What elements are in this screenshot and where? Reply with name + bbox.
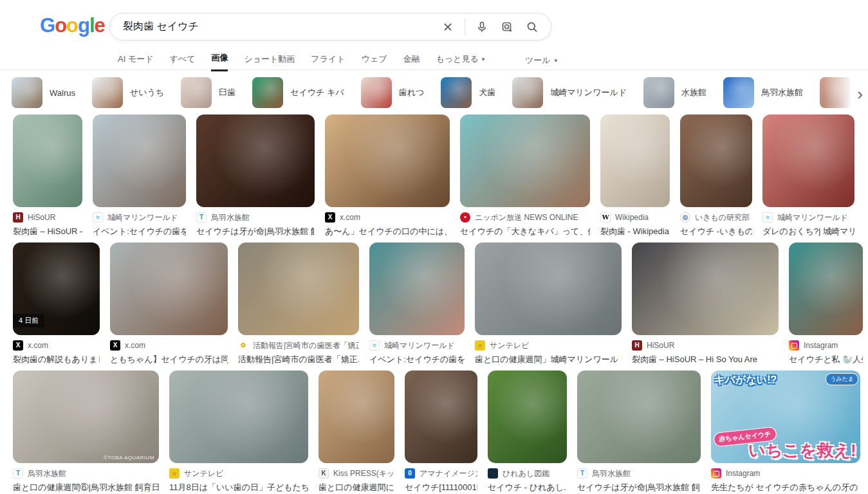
result-thumbnail[interactable] bbox=[762, 114, 854, 207]
result-thumbnail[interactable] bbox=[196, 114, 315, 207]
image-result[interactable]: WWikipedia裂肉歯 - Wikipedia bbox=[600, 114, 670, 237]
image-watermark: ©TOBA AQUARIUM bbox=[104, 455, 154, 461]
image-result[interactable]: ≈城崎マリンワールドダレのおくち?| 城崎マリ... bbox=[762, 114, 854, 237]
chips-next-button[interactable]: › bbox=[857, 84, 863, 104]
chip-haretsu[interactable]: 歯れつ bbox=[361, 77, 425, 108]
chip-seiuchi-kiba[interactable]: セイウチ キバ bbox=[252, 77, 344, 108]
result-thumbnail[interactable] bbox=[13, 114, 82, 207]
result-thumbnail[interactable]: キバがない!?うみたま赤ちゃんセイウチいちこを救え! bbox=[711, 370, 860, 463]
tab-images[interactable]: 画像 bbox=[211, 52, 228, 71]
result-thumbnail[interactable] bbox=[600, 114, 670, 207]
result-title[interactable]: 裂肉歯 – HiSoUR – ... bbox=[13, 226, 82, 237]
result-title[interactable]: 先生たちが セイウチの赤ちゃんの牙の 成長... bbox=[711, 482, 860, 493]
result-title[interactable]: あ〜ん」セイウチの口の中には、牙... bbox=[325, 226, 450, 237]
result-thumbnail[interactable] bbox=[319, 370, 394, 463]
result-thumbnail[interactable] bbox=[789, 242, 863, 335]
toba-favicon-icon: T bbox=[13, 468, 23, 479]
instagram-favicon-icon bbox=[789, 340, 799, 351]
image-result[interactable]: HHiSoUR裂肉歯 – HiSoUR – Hi So You Are bbox=[632, 242, 779, 365]
result-thumbnail[interactable] bbox=[169, 370, 308, 463]
result-thumbnail[interactable] bbox=[577, 370, 701, 463]
result-title[interactable]: 活動報告|宮崎市の歯医者「矯正... bbox=[238, 354, 359, 365]
clear-search-icon[interactable] bbox=[439, 19, 456, 35]
search-submit-icon[interactable] bbox=[524, 19, 540, 35]
tab-web[interactable]: ウェブ bbox=[362, 52, 387, 71]
result-source-line: ◎いきもの研究部 bbox=[680, 212, 752, 223]
tab-ai-mode[interactable]: AI モード bbox=[118, 52, 154, 71]
result-title[interactable]: セイウチ[111100015... bbox=[405, 482, 477, 493]
image-result[interactable]: ☼サンテレビ歯と口の健康週間」城崎マリンワールドでセ... bbox=[475, 242, 622, 365]
result-title[interactable]: 裂肉歯の解説もありました... bbox=[13, 354, 100, 365]
result-thumbnail[interactable] bbox=[93, 114, 186, 207]
image-result[interactable]: ≈城崎マリンワールドイベント:セイウチの歯をチ... bbox=[369, 242, 465, 365]
image-result[interactable]: 4 日前Xx.com裂肉歯の解説もありました... bbox=[13, 242, 100, 365]
result-title[interactable]: イベント:セイウチの歯をチ... bbox=[93, 226, 186, 237]
result-title[interactable]: イベント:セイウチの歯をチ... bbox=[369, 354, 465, 365]
image-result[interactable]: Xx.comともちゃん】セイウチの牙は同種間... bbox=[110, 242, 228, 365]
image-result[interactable]: Instagramセイウチと私 🦭人生... bbox=[789, 242, 863, 365]
search-bar[interactable]: 裂肉歯 セイウチ bbox=[109, 13, 551, 41]
image-result[interactable]: •ニッポン放送 NEWS ONLINEセイウチの「大きなキバ」って、何に使わ..… bbox=[460, 114, 590, 237]
result-title[interactable]: 歯と口の健康週間に... bbox=[319, 482, 394, 493]
result-title[interactable]: セイウチ -いきもの研... bbox=[680, 226, 752, 237]
image-result[interactable]: Xx.comあ〜ん」セイウチの口の中には、牙... bbox=[325, 114, 450, 237]
image-result[interactable]: KKiss PRESS(キッ...歯と口の健康週間に... bbox=[319, 370, 394, 493]
result-title[interactable]: ともちゃん】セイウチの牙は同種間... bbox=[110, 354, 228, 365]
result-thumbnail[interactable] bbox=[238, 242, 359, 335]
image-result[interactable]: T鳥羽水族館セイウチは牙が命|鳥羽水族館 飼... bbox=[196, 114, 315, 237]
google-lens-icon[interactable] bbox=[499, 19, 515, 35]
result-thumbnail[interactable] bbox=[475, 242, 622, 335]
result-thumbnail[interactable] bbox=[680, 114, 752, 207]
result-thumbnail[interactable] bbox=[488, 370, 567, 463]
image-result[interactable]: HHiSoUR裂肉歯 – HiSoUR – ... bbox=[13, 114, 82, 237]
result-thumbnail[interactable] bbox=[460, 114, 590, 207]
result-title[interactable]: セイウチと私 🦭人生... bbox=[789, 354, 863, 365]
tab-finance[interactable]: 金融 bbox=[403, 52, 420, 71]
result-title[interactable]: 歯と口の健康週間⑥|鳥羽水族館 飼育日記 bbox=[13, 482, 159, 493]
chip-suizokukan[interactable]: 水族館 bbox=[643, 77, 706, 108]
chip-seiuchi[interactable]: せいうち bbox=[92, 77, 164, 108]
result-title[interactable]: ダレのおくち?| 城崎マリ... bbox=[762, 226, 854, 237]
tab-short-videos[interactable]: ショート動画 bbox=[244, 52, 295, 71]
result-title[interactable]: セイウチは牙が命|鳥羽水族館 飼... bbox=[196, 226, 315, 237]
image-result[interactable]: T鳥羽水族館セイウチは牙が命|鳥羽水族館 飼... bbox=[577, 370, 701, 493]
image-result[interactable]: ☼サンテレビ11月8日は「いい歯の日」子どもたちがセ... bbox=[169, 370, 308, 493]
result-title[interactable]: 裂肉歯 – HiSoUR – Hi So You Are bbox=[632, 354, 779, 365]
result-thumbnail[interactable] bbox=[110, 242, 228, 335]
tab-more[interactable]: もっと見る▾ bbox=[436, 52, 485, 71]
result-thumbnail[interactable] bbox=[632, 242, 779, 335]
image-result[interactable]: ✿活動報告|宮崎市の歯医者「矯正・...活動報告|宮崎市の歯医者「矯正... bbox=[238, 242, 359, 365]
image-result[interactable]: ひれあし図鑑セイウチ - ひれあし... bbox=[488, 370, 567, 493]
hisour-favicon-icon: H bbox=[13, 212, 23, 223]
result-thumbnail[interactable] bbox=[325, 114, 450, 207]
xcom-favicon-icon: X bbox=[325, 212, 335, 223]
voice-search-mic-icon[interactable] bbox=[474, 19, 490, 35]
result-thumbnail[interactable]: 4 日前 bbox=[13, 242, 100, 335]
tab-all[interactable]: すべて bbox=[170, 52, 196, 71]
chip-kenshi[interactable]: 犬歯 bbox=[441, 77, 495, 108]
image-result[interactable]: キバがない!?うみたま赤ちゃんセイウチいちこを救え!Instagram先生たちが… bbox=[711, 370, 860, 493]
google-logo[interactable]: Google bbox=[40, 14, 105, 37]
result-thumbnail[interactable] bbox=[369, 242, 465, 335]
image-result[interactable]: 0アマナイメージズセイウチ[111100015... bbox=[405, 370, 477, 493]
result-title[interactable]: 11月8日は「いい歯の日」子どもたちがセ... bbox=[169, 482, 308, 493]
result-title[interactable]: セイウチ - ひれあし... bbox=[488, 482, 567, 493]
result-title[interactable]: セイウチの「大きなキバ」って、何に使わ... bbox=[460, 226, 590, 237]
chip-thumbnail bbox=[92, 77, 123, 108]
tools-button[interactable]: ツール ▾ bbox=[525, 55, 557, 66]
result-title[interactable]: 裂肉歯 - Wikipedia bbox=[600, 226, 670, 237]
tab-flights[interactable]: フライト bbox=[311, 52, 345, 71]
search-input[interactable]: 裂肉歯 セイウチ bbox=[123, 20, 431, 33]
chip-kinosaki-marine-world[interactable]: 城崎マリンワールド bbox=[512, 77, 627, 108]
chip-walrus[interactable]: Walrus bbox=[12, 77, 75, 108]
result-thumbnail[interactable] bbox=[405, 370, 477, 463]
result-thumbnail[interactable]: ©TOBA AQUARIUM bbox=[13, 370, 159, 463]
image-result[interactable]: ◎いきもの研究部セイウチ -いきもの研... bbox=[680, 114, 752, 237]
image-result[interactable]: ©TOBA AQUARIUMT鳥羽水族館歯と口の健康週間⑥|鳥羽水族館 飼育日記 bbox=[13, 370, 159, 493]
chip-toba-suizokukan[interactable]: 鳥羽水族館 bbox=[723, 77, 803, 108]
result-title[interactable]: 歯と口の健康週間」城崎マリンワールドでセ... bbox=[475, 354, 622, 365]
suntv-favicon-icon: ☼ bbox=[475, 340, 485, 351]
chip-kyushi[interactable]: 臼歯 bbox=[181, 77, 235, 108]
image-result[interactable]: ≈城崎マリンワールドイベント:セイウチの歯をチ... bbox=[93, 114, 186, 237]
result-title[interactable]: セイウチは牙が命|鳥羽水族館 飼... bbox=[577, 482, 701, 493]
